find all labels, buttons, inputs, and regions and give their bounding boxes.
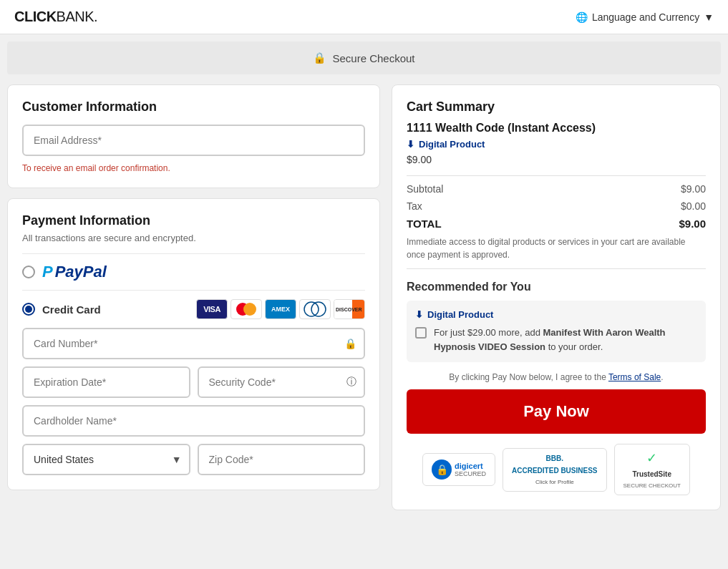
amex-icon: AMEX [265,299,296,319]
language-currency-label: Language and Currency [592,11,699,23]
discover-icon: DISCOVER [334,299,365,319]
pay-now-button[interactable]: Pay Now [407,389,706,434]
mastercard-icon [230,299,262,319]
payment-info-card: Payment Information All transactions are… [7,198,380,490]
bbb-sub: Click for Profile [535,479,574,485]
paypal-radio[interactable] [22,266,35,278]
trusted-label: TrustedSite [633,470,671,478]
credit-card-radio[interactable] [22,303,35,316]
rec-digital-badge: ⬇ Digital Product [415,309,697,320]
language-currency-button[interactable]: 🌐 Language and Currency ▼ [576,11,714,23]
cart-summary-title: Cart Summary [407,99,706,115]
header: CLICKBANK. 🌐 Language and Currency ▼ [0,0,728,34]
customer-info-card: Customer Information To receive an email… [7,84,380,188]
trust-badges: 🔒 digicert SECURED BBB. ACCREDITED BUSIN… [407,444,706,495]
digicert-label: digicert [455,462,486,470]
digicert-top: 🔒 digicert SECURED [432,459,486,480]
email-row [22,125,365,156]
tax-row: Tax $0.00 [407,200,706,212]
expiration-row [22,366,190,398]
trusted-check-icon: ✓ [646,450,657,466]
product-price: $9.00 [407,154,706,165]
trusted-site-badge: ✓ TrustedSite SECURE CHECKOUT [614,444,690,495]
left-column: Customer Information To receive an email… [7,84,380,510]
credit-card-label[interactable]: Credit Card [22,303,101,316]
rec-offer-text: For just $29.00 more, add Manifest With … [434,326,697,354]
cardholder-field[interactable] [22,405,365,437]
paypal-logo: P PayPal [42,263,107,281]
bbb-badge: BBB. ACCREDITED BUSINESS Click for Profi… [503,448,606,492]
expiration-field[interactable] [22,366,190,398]
paypal-p: P [42,263,53,281]
rec-download-icon: ⬇ [415,309,423,320]
secure-checkout-banner: 🔒 Secure Checkout [7,42,721,74]
security-code-row: ⓘ [198,366,366,398]
right-column: Cart Summary 1111 Wealth Code (Instant A… [392,84,721,510]
digicert-secured: SECURED [455,470,486,477]
paypal-option[interactable]: P PayPal [22,253,365,290]
radio-inner [25,306,32,313]
summary-divider-2 [407,268,706,269]
rec-offer-suffix: to your order. [545,341,603,352]
payment-info-title: Payment Information [22,213,365,228]
zip-wrap [198,444,366,475]
total-row: TOTAL $9.00 [407,218,706,230]
terms-text: By clicking Pay Now below, I agree to th… [407,372,706,382]
total-label: TOTAL [407,218,442,230]
country-select-wrap: United States Canada United Kingdom Aust… [22,444,190,475]
subtotal-value: $9.00 [681,183,706,195]
security-code-field[interactable] [198,366,366,398]
cardholder-row [22,405,365,437]
diners-icon [299,299,331,319]
email-field[interactable] [22,125,365,156]
security-info-icon[interactable]: ⓘ [346,376,356,389]
tax-value: $0.00 [681,200,706,212]
terms-of-sale-link[interactable]: Terms of Sale [608,372,661,382]
recommended-box: ⬇ Digital Product For just $29.00 more, … [407,301,706,362]
credit-card-text: Credit Card [42,303,101,316]
zip-field[interactable] [198,444,366,475]
lock-icon: 🔒 [313,52,326,64]
trusted-sub: SECURE CHECKOUT [623,482,681,489]
recommended-title: Recommended for You [407,281,706,293]
email-hint: To receive an email order confirmation. [22,163,365,173]
logo-regular: BANK. [57,9,98,24]
globe-icon: 🌐 [576,11,588,23]
total-value: $9.00 [679,218,706,230]
digicert-shield-icon: 🔒 [432,459,452,480]
card-number-row: 🔒 [22,328,365,359]
summary-divider-1 [407,175,706,176]
cart-summary-card: Cart Summary 1111 Wealth Code (Instant A… [392,84,721,510]
rec-checkbox[interactable] [415,327,427,339]
bbb-label: BBB. [546,454,563,462]
tax-label: Tax [407,200,422,212]
bbb-accredited: ACCREDITED BUSINESS [512,467,597,475]
subtotal-label: Subtotal [407,183,443,195]
digital-label: Digital Product [419,139,485,150]
rec-digital-label: Digital Product [427,309,493,320]
main-content: Customer Information To receive an email… [0,74,728,520]
card-lock-icon: 🔒 [344,338,356,349]
logo: CLICKBANK. [14,9,97,25]
card-icons: VISA AMEX [196,299,365,319]
card-number-field[interactable] [22,328,365,359]
access-note: Immediate access to digital products or … [407,235,706,261]
product-name: 1111 Wealth Code (Instant Access) [407,122,706,135]
paypal-text: PayPal [55,263,107,281]
country-zip-row: United States Canada United Kingdom Aust… [22,444,365,475]
country-select[interactable]: United States Canada United Kingdom Aust… [22,444,190,475]
digicert-badge: 🔒 digicert SECURED [422,453,495,486]
chevron-down-icon: ▼ [704,11,714,23]
subtotal-row: Subtotal $9.00 [407,183,706,195]
visa-icon: VISA [196,299,228,319]
customer-info-title: Customer Information [22,99,365,115]
payment-subtitle: All transactions are secure and encrypte… [22,233,365,243]
digital-badge: ⬇ Digital Product [407,139,706,150]
logo-bold: CLICK [14,9,57,24]
secure-checkout-label: Secure Checkout [332,52,414,64]
rec-offer-row: For just $29.00 more, add Manifest With … [415,326,697,354]
exp-security-row: ⓘ [22,366,365,398]
download-icon: ⬇ [407,139,414,150]
credit-card-option[interactable]: Credit Card VISA AMEX [22,290,365,328]
